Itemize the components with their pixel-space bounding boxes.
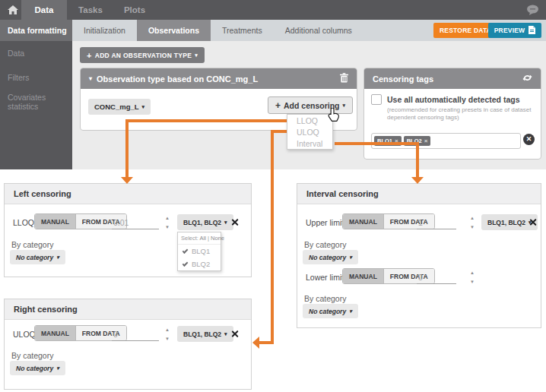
uloq-spinner[interactable]: ▲▼ bbox=[165, 327, 170, 341]
lloq-value-input[interactable] bbox=[112, 217, 159, 229]
chevron-down-icon: ▾ bbox=[349, 308, 352, 314]
remove-tag-icon[interactable]: × bbox=[424, 138, 428, 144]
arrow-lloq-head bbox=[121, 177, 133, 184]
arrow-lloq-horizontal bbox=[125, 119, 287, 122]
upper-manual-option[interactable]: MANUAL bbox=[343, 214, 383, 229]
lloq-tags-label: BLQ1, BLQ2 bbox=[183, 219, 221, 226]
menu-item-lloq[interactable]: LLOQ bbox=[287, 115, 332, 126]
chevron-down-icon: ▾ bbox=[195, 52, 198, 58]
chevron-down-icon: ▾ bbox=[56, 254, 59, 260]
upper-limit-spinner[interactable]: ▲▼ bbox=[470, 216, 475, 229]
chevron-down-icon: ▾ bbox=[56, 365, 59, 371]
observation-type-panel-header: ▾ Observation type based on CONC_mg_L bbox=[81, 68, 357, 89]
tag-option-blq1[interactable]: BLQ1 bbox=[178, 245, 221, 258]
comment-icon[interactable] bbox=[526, 5, 539, 18]
no-category-label: No category bbox=[309, 254, 346, 261]
spinner-down-icon[interactable]: ▼ bbox=[470, 225, 475, 229]
uloq-manual-option[interactable]: MANUAL bbox=[35, 326, 75, 340]
uloq-value-input[interactable] bbox=[112, 328, 159, 341]
no-category-label: No category bbox=[16, 365, 53, 372]
censoring-tags-header: Censoring tags bbox=[364, 68, 541, 89]
lloq-category-dropdown[interactable]: No category ▾ bbox=[10, 250, 65, 264]
trash-icon[interactable] bbox=[340, 73, 348, 84]
spinner-down-icon[interactable]: ▼ bbox=[165, 337, 170, 341]
tab-data[interactable]: Data bbox=[21, 0, 67, 20]
no-category-label: No category bbox=[16, 254, 53, 261]
subtab-initialization[interactable]: Initialization bbox=[72, 20, 137, 41]
multiselect-header: Select: All | None bbox=[178, 232, 221, 245]
spinner-up-icon[interactable]: ▲ bbox=[470, 216, 475, 220]
select-none-link[interactable]: None bbox=[211, 235, 224, 242]
preview-button[interactable]: PREVIEW bbox=[488, 23, 541, 38]
menu-item-interval[interactable]: Interval bbox=[287, 138, 332, 149]
right-censoring-header: Right censoring bbox=[5, 299, 251, 320]
left-censoring-header: Left censoring bbox=[5, 184, 251, 204]
chevron-down-icon: ▾ bbox=[343, 103, 346, 108]
plus-icon: + bbox=[275, 100, 281, 111]
chevron-down-icon: ▾ bbox=[349, 254, 352, 260]
upper-category-dropdown[interactable]: No category ▾ bbox=[303, 250, 358, 264]
lower-limit-spinner[interactable]: ▲▼ bbox=[470, 270, 475, 284]
arrow-lloq-vertical bbox=[125, 119, 129, 177]
remove-right-censoring-icon[interactable] bbox=[230, 330, 239, 338]
spinner-up-icon[interactable]: ▲ bbox=[470, 270, 475, 275]
home-icon[interactable] bbox=[4, 0, 22, 20]
clear-tags-icon[interactable]: ✕ bbox=[523, 134, 535, 145]
lloq-tags-multiselect: Select: All | None BLQ1 BLQ2 bbox=[177, 232, 221, 271]
upper-limit-value-input[interactable] bbox=[417, 217, 456, 229]
lloq-tags-dropdown[interactable]: BLQ1, BLQ2 ▾ bbox=[177, 214, 233, 230]
arrow-uloq-head bbox=[252, 337, 259, 349]
sidebar-item-data[interactable]: Data bbox=[0, 41, 72, 65]
plus-icon: + bbox=[87, 51, 92, 60]
lower-limit-value-input[interactable] bbox=[417, 271, 456, 284]
lloq-manual-option[interactable]: MANUAL bbox=[35, 214, 75, 229]
select-separator: | bbox=[208, 235, 209, 242]
lower-manual-option[interactable]: MANUAL bbox=[343, 269, 383, 283]
lower-category-dropdown[interactable]: No category ▾ bbox=[303, 304, 358, 318]
uloq-label: ULOQ bbox=[13, 330, 36, 339]
sidebar-item-filters[interactable]: Filters bbox=[0, 65, 72, 90]
censoring-tags-input[interactable]: BLQ1 × BLQ2 × bbox=[371, 133, 521, 149]
subtab-treatments[interactable]: Treatments bbox=[211, 20, 274, 41]
subtab-observations[interactable]: Observations bbox=[137, 20, 211, 41]
tag-option-label: BLQ2 bbox=[192, 260, 210, 268]
remove-left-censoring-icon[interactable] bbox=[230, 218, 239, 226]
sidebar-item-covariates-statistics[interactable]: Covariates statistics bbox=[0, 90, 72, 114]
select-label: Select: bbox=[181, 235, 198, 242]
uloq-tags-dropdown[interactable]: BLQ1, BLQ2 ▾ bbox=[177, 326, 233, 342]
preview-label: PREVIEW bbox=[494, 27, 525, 34]
add-observation-type-button[interactable]: + ADD AN OBSERVATION TYPE ▾ bbox=[80, 47, 205, 63]
spinner-up-icon[interactable]: ▲ bbox=[165, 216, 170, 220]
left-censoring-title: Left censoring bbox=[14, 189, 71, 198]
restore-data-label: RESTORE DATA bbox=[440, 27, 491, 34]
remove-interval-censoring-icon[interactable] bbox=[529, 218, 537, 226]
chevron-down-icon: ▾ bbox=[224, 331, 227, 337]
refresh-icon[interactable] bbox=[522, 73, 532, 84]
tab-tasks[interactable]: Tasks bbox=[73, 0, 108, 20]
right-censoring-title: Right censoring bbox=[14, 305, 78, 314]
observation-type-title: Observation type based on CONC_mg_L bbox=[97, 74, 258, 84]
uloq-category-dropdown[interactable]: No category ▾ bbox=[10, 361, 65, 375]
observation-column-dropdown[interactable]: CONC_mg_L ▾ bbox=[88, 99, 151, 115]
tab-plots[interactable]: Plots bbox=[117, 0, 152, 20]
arrow-uloq-bottom bbox=[259, 341, 271, 344]
lower-by-category-label: By category bbox=[304, 294, 346, 303]
select-all-link[interactable]: All bbox=[200, 235, 206, 242]
use-all-tags-checkbox[interactable] bbox=[371, 94, 382, 105]
check-icon bbox=[183, 261, 189, 267]
observation-column-label: CONC_mg_L bbox=[94, 103, 139, 111]
tag-option-blq2[interactable]: BLQ2 bbox=[178, 258, 221, 270]
spinner-up-icon[interactable]: ▲ bbox=[165, 327, 170, 332]
menu-item-uloq[interactable]: ULOQ bbox=[287, 126, 332, 138]
subtab-additional-columns[interactable]: Additional columns bbox=[274, 20, 363, 41]
upper-by-category-label: By category bbox=[304, 240, 346, 249]
lloq-spinner[interactable]: ▲▼ bbox=[165, 216, 170, 229]
spinner-down-icon[interactable]: ▼ bbox=[470, 280, 475, 284]
upper-tags-label: BLQ1, BLQ2 bbox=[487, 219, 525, 226]
use-all-tags-hint: (recommended for creating presets in cas… bbox=[387, 106, 535, 122]
collapse-icon[interactable]: ▾ bbox=[89, 76, 92, 82]
interval-censoring-title: Interval censoring bbox=[306, 189, 379, 198]
add-censoring-button[interactable]: + Add censoring ▾ bbox=[268, 96, 353, 114]
sidebar-item-data-formatting[interactable]: Data formatting bbox=[0, 20, 72, 41]
spinner-down-icon[interactable]: ▼ bbox=[165, 225, 170, 229]
